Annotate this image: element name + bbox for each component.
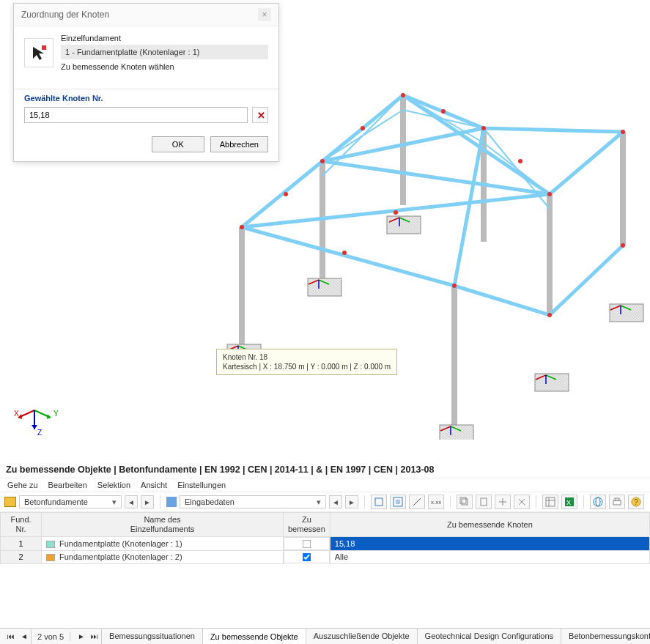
svg-rect-81 xyxy=(546,497,555,506)
row-name[interactable]: Fundamentplatte (Knotenlager : 1) xyxy=(42,537,284,551)
tool-select-icon[interactable] xyxy=(371,495,387,509)
table-row[interactable]: 2Fundamentplatte (Knotenlager : 2)Alle xyxy=(1,550,650,563)
category-dropdown[interactable]: Betonfundamente xyxy=(19,495,122,508)
tool-excel-icon[interactable]: X xyxy=(561,495,577,509)
svg-line-72 xyxy=(413,498,421,506)
tool-dimension-icon[interactable]: x.xx xyxy=(428,495,444,509)
tab-geotechnical-design-configurations[interactable]: Geotechnical Design Configurations xyxy=(418,629,562,644)
tool-insert-icon[interactable] xyxy=(495,495,511,509)
panel-title: Zu bemessende Objekte | Betonfundamente … xyxy=(0,462,650,478)
tab-bemessungssituationen[interactable]: Bemessungssituationen xyxy=(102,629,203,644)
col-num[interactable]: Fund. Nr. xyxy=(1,513,42,537)
svg-point-25 xyxy=(452,284,457,288)
menu-edit[interactable]: Bearbeiten xyxy=(48,481,87,489)
svg-point-31 xyxy=(518,159,522,163)
menu-settings[interactable]: Einstellungen xyxy=(177,481,226,489)
svg-text:X: X xyxy=(566,499,571,506)
close-button[interactable]: × xyxy=(258,8,271,21)
table-row[interactable]: 1Fundamentplatte (Knotenlager : 1)15,18 xyxy=(1,537,650,551)
menu-view[interactable]: Ansicht xyxy=(141,481,167,489)
svg-rect-39 xyxy=(440,425,473,440)
tool-globe-icon[interactable] xyxy=(590,495,606,509)
tool-delete-icon[interactable] xyxy=(514,495,530,509)
svg-rect-38 xyxy=(610,304,643,322)
tool-paste-icon[interactable] xyxy=(476,495,492,509)
foundation-combo[interactable] xyxy=(61,45,268,59)
col-name[interactable]: Name des Einzelfundaments xyxy=(42,513,284,537)
svg-rect-69 xyxy=(375,498,383,506)
svg-rect-75 xyxy=(460,497,466,503)
svg-rect-74 xyxy=(462,499,468,505)
data-dropdown[interactable]: Eingabedaten xyxy=(180,495,326,508)
svg-point-28 xyxy=(284,192,288,196)
svg-point-23 xyxy=(621,130,625,134)
svg-point-21 xyxy=(401,93,405,97)
selected-nodes-input[interactable] xyxy=(24,107,248,123)
tabs-last[interactable]: ⏭ xyxy=(86,631,98,643)
panel-toolbar: Betonfundamente ◄ ► Eingabedaten ◄ ► x.x… xyxy=(0,492,650,512)
row-design-check[interactable] xyxy=(284,537,330,550)
tool-table-icon[interactable] xyxy=(542,495,558,509)
svg-point-19 xyxy=(240,225,244,229)
svg-text:x.xx: x.xx xyxy=(431,499,441,506)
svg-point-86 xyxy=(594,497,602,506)
svg-rect-37 xyxy=(535,374,569,391)
cancel-button[interactable]: Abbrechen xyxy=(210,136,268,152)
row-num: 2 xyxy=(1,550,42,563)
tool-print-icon[interactable] xyxy=(609,495,625,509)
next-data-button[interactable]: ► xyxy=(345,495,358,508)
pick-hint: Zu bemessende Knoten wählen xyxy=(61,62,268,71)
design-panel: Zu bemessende Objekte | Betonfundamente … xyxy=(0,462,650,630)
col-nodes[interactable]: Zu bemessende Knoten xyxy=(330,513,649,537)
dialog-title: Zuordnung der Knoten xyxy=(21,10,109,20)
svg-text:X: X xyxy=(14,410,19,418)
tab-betonbemessungskonfigurationen[interactable]: Betonbemessungskonfigurationen xyxy=(561,629,650,644)
col-design[interactable]: Zu bemessen xyxy=(284,513,330,537)
row-nodes[interactable]: 15,18 xyxy=(330,537,649,551)
data-icon xyxy=(166,497,177,507)
tool-measure-icon[interactable] xyxy=(409,495,425,509)
svg-text:?: ? xyxy=(634,498,638,506)
svg-rect-35 xyxy=(308,278,341,296)
svg-point-32 xyxy=(394,210,398,215)
panel-menubar: Gehe zu Bearbeiten Selektion Ansicht Ein… xyxy=(0,478,650,492)
pick-cursor-icon xyxy=(24,38,53,67)
single-foundation-label: Einzelfundament xyxy=(61,34,268,42)
ok-button[interactable]: OK xyxy=(152,136,204,152)
bottom-tabs: ⏮ ◄ 2 von 5 ► ⏭ BemessungssituationenZu … xyxy=(0,628,650,644)
svg-text:Y: Y xyxy=(53,410,59,418)
tool-copy-icon[interactable] xyxy=(457,495,473,509)
menu-goto[interactable]: Gehe zu xyxy=(7,481,38,489)
dialog-titlebar[interactable]: Zuordnung der Knoten × xyxy=(14,4,278,26)
svg-point-24 xyxy=(547,192,552,196)
row-design-check[interactable] xyxy=(284,550,330,563)
svg-rect-36 xyxy=(387,216,421,234)
clear-selection-button[interactable]: ✕ xyxy=(252,107,268,123)
tab-auszuschließende-objekte[interactable]: Auszuschließende Objekte xyxy=(306,629,418,644)
tabs-first[interactable]: ⏮ xyxy=(3,631,15,643)
tabs-next[interactable]: ► xyxy=(73,631,85,643)
tool-window-icon[interactable] xyxy=(390,495,406,509)
svg-point-30 xyxy=(441,109,446,114)
menu-selection[interactable]: Selektion xyxy=(97,481,130,489)
prev-data-button[interactable]: ◄ xyxy=(329,495,342,508)
row-nodes[interactable]: Alle xyxy=(330,550,649,563)
tab-zu-bemessende-objekte[interactable]: Zu bemessende Objekte xyxy=(203,629,306,644)
svg-rect-89 xyxy=(615,498,619,500)
svg-point-29 xyxy=(361,126,365,130)
svg-point-27 xyxy=(621,243,625,248)
svg-line-12 xyxy=(454,128,484,286)
svg-text:Z: Z xyxy=(37,429,42,437)
next-cat-button[interactable]: ► xyxy=(141,495,154,508)
foundation-type-icon xyxy=(4,497,16,507)
row-name[interactable]: Fundamentplatte (Knotenlager : 2) xyxy=(42,550,284,563)
svg-rect-71 xyxy=(396,500,400,504)
svg-point-87 xyxy=(596,497,600,506)
tabs-prev[interactable]: ◄ xyxy=(16,631,28,643)
prev-cat-button[interactable]: ◄ xyxy=(125,495,138,508)
tool-help-icon[interactable]: ? xyxy=(628,495,644,509)
foundations-table[interactable]: Fund. Nr. Name des Einzelfundaments Zu b… xyxy=(0,512,650,564)
node-tooltip: Knoten Nr. 18 Kartesisch | X : 18.750 m … xyxy=(216,349,397,375)
svg-rect-88 xyxy=(613,500,621,505)
svg-rect-76 xyxy=(481,498,487,506)
